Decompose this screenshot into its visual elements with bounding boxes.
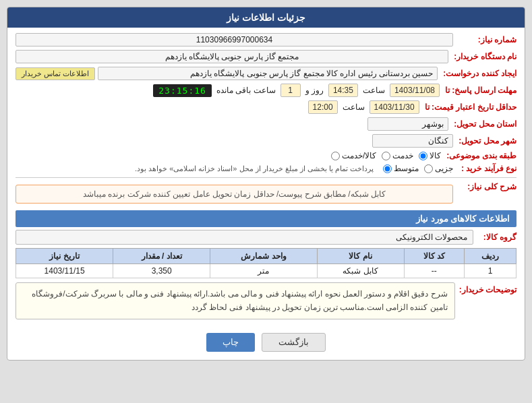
gorooh-value: محصولات الکترونیکی	[16, 230, 473, 245]
mohlat-label: مهلت ارسال پاسخ: تا	[442, 86, 516, 95]
towzih-value: شرح دقیق اقلام و دستور العمل نحوه ارائه …	[16, 282, 455, 319]
cell-tarikh: 1403/11/15	[16, 264, 113, 278]
name-dastgah-value: مجتمع گاز پارس جنوبی پالایشگاه یازدهم	[16, 50, 448, 63]
ostan-label: استان محل تحویل:	[451, 119, 516, 129]
saat-label1: ساعت	[361, 86, 387, 95]
bagi-label: ساعت باقی مانده	[214, 86, 278, 95]
tabaghe-radio-group: کالا/خدمت خدمت کالا	[331, 151, 441, 160]
sharh-value: کابل شبکه/ مطابق شرح پیوست/ حداقل زمان ت…	[16, 185, 453, 204]
nooe-option-jozi[interactable]: جزیی	[424, 164, 453, 173]
mohlat-rooz: 1	[280, 84, 301, 97]
col-tedad: تعداد / مقدار	[113, 249, 210, 264]
ostan-value: بوشهر	[367, 117, 448, 131]
etelaat-tamas-button[interactable]: اطلاعات تماس خریدار	[16, 67, 95, 80]
col-name: نام کالا	[317, 249, 404, 264]
cell-name: کابل شبکه	[317, 264, 404, 278]
col-vahed: واحد شمارش	[210, 249, 318, 264]
cell-tedad: 3,350	[113, 264, 210, 278]
saat-label2: ساعت	[341, 102, 367, 112]
cell-vahed: متر	[210, 264, 318, 278]
tabaghe-option-khedmat[interactable]: خدمت	[382, 151, 413, 160]
idad-konande-value: حسین بردستانی رئیس اداره کالا مجتمع گاز …	[98, 67, 438, 80]
nooe-option-motevaset[interactable]: متوسط	[383, 164, 419, 173]
shomare-niaz-value: 11030966997000634	[16, 33, 453, 46]
back-button[interactable]: بازگشت	[262, 333, 326, 352]
tabaghe-option-kala[interactable]: کالا	[419, 151, 441, 160]
cell-kod: --	[404, 264, 464, 278]
idad-konande-label: ایجاد کننده درخواست:	[440, 69, 516, 78]
jadaval-label: حداقل تاریخ اعتبار قیمت: تا	[422, 102, 516, 112]
divider-1	[16, 177, 516, 178]
button-row: بازگشت چاپ	[16, 328, 516, 354]
col-tarikh: تاریخ نیاز	[16, 249, 113, 264]
countdown-timer: 23:15:16	[153, 84, 212, 97]
shahr-value: کنگان	[372, 134, 453, 148]
col-kod: کد کالا	[404, 249, 464, 264]
jadaval-date: 1403/11/30	[370, 100, 419, 114]
col-radif: ردیف	[465, 249, 516, 264]
jadaval-saat: 12:00	[308, 100, 338, 114]
nooe-farayand-label: نوع فرآیند خرید :	[456, 164, 516, 173]
tabaghe-option-kala-khedmat[interactable]: کالا/خدمت	[331, 151, 376, 160]
sharh-label: شرح کلی نیاز:	[456, 182, 516, 191]
items-table: ردیف کد کالا نام کالا واحد شمارش تعداد /…	[16, 248, 516, 278]
mohlat-date: 1403/11/08	[390, 84, 440, 97]
shahr-label: شهر محل تحویل:	[456, 136, 516, 146]
page-title: جزئیات اطلاعات نیاز	[7, 7, 525, 28]
kalaha-title: اطلاعات کالاهای مورد نیاز	[16, 210, 516, 227]
nooe-radio-group: متوسط جزیی	[383, 164, 453, 173]
towzih-label: توضیحات خریدار:	[459, 282, 516, 294]
print-button[interactable]: چاپ	[206, 333, 255, 352]
rooz-label: روز و	[303, 86, 326, 95]
name-dastgah-label: نام دستگاه خریدار:	[451, 52, 516, 61]
mohlat-saat: 14:35	[328, 84, 358, 97]
cell-radif: 1	[465, 264, 516, 278]
tabaghe-label: طبقه بندی موضوعی:	[444, 151, 516, 160]
shomare-niaz-label: شماره نیاز:	[456, 35, 516, 44]
nooe-note: پرداخت تمام یا بخشی از مبلغ خریدار از مح…	[16, 164, 374, 173]
gorooh-label: گروه کالا:	[476, 232, 516, 242]
table-row: 1 -- کابل شبکه متر 3,350 1403/11/15	[16, 264, 516, 278]
